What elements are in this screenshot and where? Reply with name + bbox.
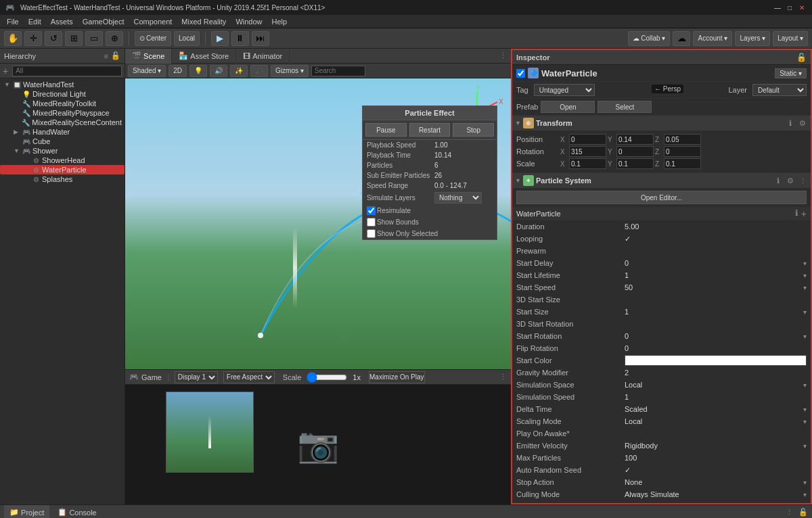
menu-edit[interactable]: Edit	[24, 16, 45, 27]
transform-tool[interactable]: ⊕	[106, 31, 123, 46]
resimulate-check[interactable]	[367, 206, 376, 215]
2d-btn[interactable]: 2D	[168, 65, 187, 77]
cloud-btn[interactable]: ☁	[673, 31, 690, 46]
light-btn[interactable]: 💡	[189, 65, 207, 77]
hierarchy-menu-icon[interactable]: ≡	[104, 52, 108, 60]
scale-slider[interactable]	[307, 372, 347, 383]
rot-y[interactable]	[616, 146, 654, 157]
transform-info-btn[interactable]: ℹ	[785, 118, 796, 128]
aspect-select[interactable]: Free Aspect 16:9 4:3	[223, 371, 275, 383]
hierarchy-add-btn[interactable]: +	[3, 66, 8, 76]
pos-y[interactable]	[616, 134, 654, 145]
ps-name-add[interactable]: +	[801, 208, 807, 219]
ps-more-btn[interactable]: ⋮	[797, 175, 808, 186]
audio-btn[interactable]: 🔊	[210, 65, 227, 77]
open-editor-btn[interactable]: Open Editor...	[516, 191, 807, 204]
hierarchy-item-mixedrealityplayspace[interactable]: 🔧MixedRealityPlayspace	[0, 108, 125, 118]
ps-prop-dropdown[interactable]: ▾	[803, 442, 807, 450]
scene-view[interactable]: X Y Z Par	[125, 78, 511, 369]
ps-prop-dropdown[interactable]: ▾	[803, 333, 807, 340]
project-header-menu[interactable]: ⋮	[786, 508, 793, 517]
menu-help[interactable]: Help	[268, 16, 292, 27]
menu-mixed reality[interactable]: Mixed Reality	[177, 16, 230, 27]
ps-prop-dropdown[interactable]: ▾	[803, 491, 807, 498]
pos-z[interactable]	[664, 134, 701, 145]
local-btn[interactable]: Local	[174, 31, 200, 46]
pos-x[interactable]	[569, 134, 606, 145]
shading-btn[interactable]: Shaded ▾	[128, 65, 166, 77]
ps-prop-dropdown[interactable]: ▾	[803, 381, 807, 389]
minimize-btn[interactable]: —	[773, 3, 782, 12]
hierarchy-item-waterparticle[interactable]: ⚙WaterParticle	[0, 165, 125, 174]
layout-btn[interactable]: Layout ▾	[773, 31, 808, 46]
transform-header[interactable]: ▼ ⊕ Transform ℹ ⚙	[512, 116, 811, 131]
hierarchy-item-showerhead[interactable]: ⚙ShowerHead	[0, 156, 125, 165]
inspector-lock-btn[interactable]: 🔓	[796, 53, 807, 62]
hierarchy-item-waterhandtest[interactable]: ▼🔲WaterHandTest	[0, 80, 125, 89]
simulate-layers-select[interactable]: Nothing Everything	[434, 192, 482, 204]
ps-prop-dropdown[interactable]: ▾	[803, 284, 807, 291]
tag-select[interactable]: Untagged	[534, 84, 595, 96]
prefab-open-btn[interactable]: Open	[541, 101, 595, 113]
pause-button[interactable]: ⏸	[231, 31, 249, 46]
ps-prop-dropdown[interactable]: ▾	[803, 418, 807, 425]
transform-settings-btn[interactable]: ⚙	[797, 118, 808, 128]
hierarchy-item-mixedrealitytoolkit[interactable]: 🔧MixedRealityToolkit	[0, 99, 125, 108]
hierarchy-item-directional-light[interactable]: 💡Directional Light	[0, 89, 125, 99]
scene-tab[interactable]: 🎬 Scene	[125, 49, 172, 64]
hierarchy-item-shower[interactable]: ▼🎮Shower	[0, 146, 125, 156]
animator-tab[interactable]: 🎞 Animator	[236, 49, 290, 64]
play-button[interactable]: ▶	[211, 31, 229, 46]
particle-system-header[interactable]: ▼ ✦ Particle System ℹ ⚙ ⋮	[512, 173, 811, 188]
hierarchy-lock-icon[interactable]: 🔓	[111, 51, 120, 60]
close-btn[interactable]: ✕	[797, 3, 807, 12]
center-btn[interactable]: ⊙ Center	[135, 31, 171, 46]
scl-x[interactable]	[569, 158, 606, 169]
rect-tool[interactable]: ▭	[85, 31, 103, 46]
object-active-check[interactable]	[516, 69, 525, 78]
scale-tool[interactable]: ⊞	[65, 31, 83, 46]
fx-btn[interactable]: ✨	[230, 65, 248, 77]
collab-btn[interactable]: ☁ Collab ▾	[628, 31, 670, 46]
ps-prop-dropdown[interactable]: ▾	[803, 479, 807, 486]
menu-window[interactable]: Window	[231, 16, 266, 27]
hierarchy-item-splashes[interactable]: ⚙Splashes	[0, 174, 125, 184]
rot-z[interactable]	[664, 146, 701, 157]
scl-z[interactable]	[664, 158, 701, 169]
display-select[interactable]: Display 1	[175, 371, 218, 383]
scene-camera-btn[interactable]: 🎥	[250, 65, 268, 77]
show-only-selected-check[interactable]	[367, 229, 376, 238]
hierarchy-search[interactable]	[12, 66, 122, 76]
project-lock[interactable]: 🔓	[798, 508, 808, 517]
scl-y[interactable]	[616, 158, 654, 169]
ps-prop-dropdown[interactable]: ▾	[803, 260, 807, 267]
gizmos-btn[interactable]: Gizmos ▾	[271, 65, 309, 77]
scene-tabs-menu[interactable]: ⋮	[495, 51, 511, 60]
show-bounds-check[interactable]	[367, 218, 376, 227]
menu-component[interactable]: Component	[129, 16, 176, 27]
hand-tool[interactable]: ✋	[4, 31, 22, 46]
scene-search[interactable]	[311, 66, 365, 76]
ps-name-info[interactable]: ℹ	[795, 208, 798, 219]
static-btn[interactable]: Static ▾	[775, 68, 807, 78]
project-tab[interactable]: 📁 Project	[4, 505, 49, 519]
ps-start-color[interactable]	[625, 355, 807, 366]
hierarchy-item-mixedrealityscenecontent[interactable]: 🔧MixedRealitySceneContent	[0, 118, 125, 127]
menu-gameobject[interactable]: GameObject	[78, 16, 129, 27]
layers-btn[interactable]: Layers ▾	[735, 31, 770, 46]
step-button[interactable]: ⏭	[252, 31, 269, 46]
stop-btn[interactable]: Stop	[453, 123, 494, 137]
menu-file[interactable]: File	[3, 16, 23, 27]
ps-info-btn[interactable]: ℹ	[773, 175, 784, 186]
restart-btn[interactable]: Restart	[409, 123, 451, 137]
game-header-menu[interactable]: ⋮	[499, 373, 507, 381]
hierarchy-item-cube[interactable]: 🎮Cube	[0, 137, 125, 146]
ps-prop-dropdown[interactable]: ▾	[803, 503, 807, 504]
hierarchy-item-handwater[interactable]: ▶🎮HandWater	[0, 127, 125, 137]
ps-prop-dropdown[interactable]: ▾	[803, 272, 807, 279]
move-tool[interactable]: ✛	[24, 31, 42, 46]
prefab-select-btn[interactable]: Select	[597, 101, 652, 113]
maximize-btn[interactable]: □	[785, 3, 794, 12]
console-tab[interactable]: 📋 Console	[52, 505, 102, 519]
account-btn[interactable]: Account ▾	[693, 31, 732, 46]
